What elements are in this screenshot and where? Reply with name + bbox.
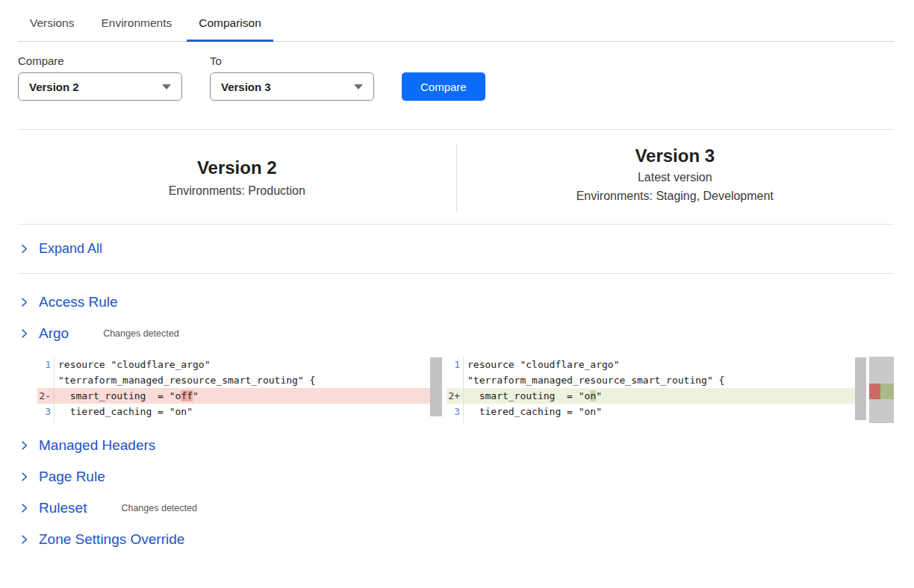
tab-versions[interactable]: Versions <box>18 11 86 42</box>
chevron-right-icon <box>19 502 29 514</box>
compare-label: Compare <box>18 54 182 67</box>
section-label: Zone Settings Override <box>39 531 184 548</box>
minimap-removed-marker <box>869 384 880 399</box>
diff-panel-right: 1resource "cloudflare_argo""terraform_ma… <box>447 357 894 423</box>
changes-detected-badge: Changes detected <box>103 325 178 342</box>
version-left-subtitle: Environments: Production <box>18 181 456 201</box>
compare-form: Compare Version 2 To Version 3 Compare <box>18 54 894 101</box>
compare-to-select[interactable]: Version 3 <box>210 72 374 101</box>
section-managed-headers[interactable]: Managed Headers <box>19 437 155 454</box>
version-right-latest-label: Latest version <box>456 170 895 185</box>
line-code: tiered_caching = "on" <box>464 404 602 419</box>
chevron-right-icon <box>19 296 29 308</box>
line-number: 1 <box>447 357 464 372</box>
diff-line: 2- smart_routing = "off" <box>37 388 442 404</box>
line-code: "terraform_managed_resource_smart_routin… <box>464 372 724 388</box>
comparison-page: Versions Environments Comparison Compare… <box>0 0 914 588</box>
minimap-change-marker <box>869 384 894 399</box>
line-number: 2- <box>37 388 55 404</box>
divider <box>18 224 894 225</box>
line-number: 2+ <box>447 388 464 404</box>
chevron-right-icon <box>19 440 29 451</box>
left-scrollbar[interactable] <box>430 357 442 416</box>
diff-line: } <box>447 419 858 423</box>
compare-to-field: To Version 3 <box>210 54 374 101</box>
line-code: } <box>464 419 473 423</box>
line-number <box>37 372 55 388</box>
column-divider <box>456 145 457 212</box>
version-right-subtitle: Environments: Staging, Development <box>456 188 895 204</box>
diff-line: } <box>37 419 442 423</box>
section-label: Ruleset <box>39 500 87 516</box>
chevron-down-icon <box>354 84 363 90</box>
section-label: Page Rule <box>39 469 105 485</box>
diff-minimap[interactable] <box>869 357 894 423</box>
expand-all-label: Expand All <box>39 241 102 257</box>
diff-line: 3 tiered_caching = "on" <box>37 404 442 419</box>
diff-code-right: 1resource "cloudflare_argo""terraform_ma… <box>447 357 858 423</box>
diff-line: 1resource "cloudflare_argo" <box>37 357 442 372</box>
line-number <box>447 419 464 423</box>
version-left-header: Version 2 Environments: Production <box>18 130 456 224</box>
diff-code-left: 1resource "cloudflare_argo""terraform_ma… <box>37 357 442 423</box>
changes-detected-badge: Changes detected <box>121 500 196 516</box>
section-argo[interactable]: Argo Changes detected <box>19 325 179 342</box>
section-page-rule[interactable]: Page Rule <box>19 469 105 485</box>
divider <box>18 273 894 274</box>
line-number: 3 <box>447 404 464 419</box>
diff-line: 2+ smart_routing = "on" <box>447 388 858 404</box>
diff-line: 3 tiered_caching = "on" <box>447 404 858 419</box>
line-code: resource "cloudflare_argo" <box>55 357 211 372</box>
line-number: 1 <box>37 357 55 372</box>
chevron-right-icon <box>19 243 29 254</box>
diff-line: "terraform_managed_resource_smart_routin… <box>447 372 858 388</box>
version-right-header: Version 3 Latest version Environments: S… <box>456 130 895 224</box>
line-code: resource "cloudflare_argo" <box>464 357 620 372</box>
diff-panel-left: 1resource "cloudflare_argo""terraform_ma… <box>37 357 442 423</box>
line-code: tiered_caching = "on" <box>55 404 193 419</box>
to-label: To <box>210 54 374 67</box>
version-right-title: Version 3 <box>456 145 895 167</box>
chevron-right-icon <box>19 328 29 340</box>
minimap-added-marker <box>880 384 894 399</box>
version-left-title: Version 2 <box>18 157 456 179</box>
compare-button[interactable]: Compare <box>402 72 485 101</box>
tab-environments[interactable]: Environments <box>89 11 184 42</box>
argo-diff-viewer: 1resource "cloudflare_argo""terraform_ma… <box>37 357 894 423</box>
compare-from-field: Compare Version 2 <box>18 54 182 101</box>
chevron-down-icon <box>162 84 171 90</box>
line-code: smart_routing = "on" <box>464 388 602 404</box>
line-code: } <box>55 419 64 423</box>
line-code: smart_routing = "off" <box>55 388 199 404</box>
compare-from-value: Version 2 <box>29 81 79 93</box>
compare-from-select[interactable]: Version 2 <box>18 72 182 101</box>
expand-all-button[interactable]: Expand All <box>18 225 104 273</box>
tab-bar: Versions Environments Comparison <box>18 0 894 42</box>
section-label: Managed Headers <box>39 437 155 454</box>
line-number <box>37 419 55 423</box>
chevron-right-icon <box>19 471 29 483</box>
section-label: Argo <box>39 325 69 342</box>
line-number: 3 <box>37 404 55 419</box>
line-number <box>447 372 464 388</box>
diff-line: 1resource "cloudflare_argo" <box>447 357 858 372</box>
chevron-right-icon <box>19 534 29 545</box>
section-label: Access Rule <box>39 294 118 310</box>
diff-line: "terraform_managed_resource_smart_routin… <box>37 372 442 388</box>
section-access-rule[interactable]: Access Rule <box>19 294 118 310</box>
tab-comparison[interactable]: Comparison <box>187 11 273 42</box>
section-ruleset[interactable]: Ruleset Changes detected <box>19 500 197 516</box>
section-zone-settings-override[interactable]: Zone Settings Override <box>19 531 184 548</box>
right-scrollbar[interactable] <box>855 357 866 420</box>
line-code: "terraform_managed_resource_smart_routin… <box>55 372 315 388</box>
compare-to-value: Version 3 <box>221 81 271 93</box>
version-headers: Version 2 Environments: Production Versi… <box>18 130 894 224</box>
